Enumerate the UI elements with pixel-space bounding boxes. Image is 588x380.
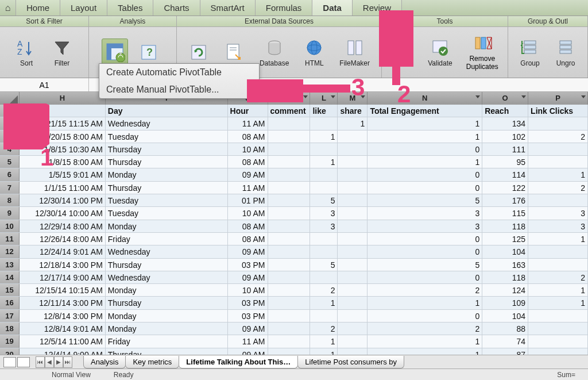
cell[interactable]: 104 [482, 245, 528, 258]
cell[interactable]: 74 [482, 335, 528, 347]
cell[interactable]: 1/1/15 11:00 AM [20, 182, 106, 194]
row-header[interactable]: 11 [0, 233, 20, 245]
cell[interactable]: 163 [482, 259, 528, 271]
cell[interactable]: 08 AM [228, 130, 268, 143]
sheet-tab-lifetime-post[interactable]: Lifetime Post consumers by [297, 356, 404, 369]
tab-layout[interactable]: Layout [60, 0, 107, 16]
cell[interactable]: 88 [482, 323, 528, 335]
cell[interactable]: Friday [106, 233, 228, 245]
header-cell[interactable]: Reach [482, 105, 528, 117]
cell[interactable]: 09 AM [228, 271, 268, 283]
text-import-button[interactable] [219, 41, 249, 64]
cell[interactable]: Thursday [106, 297, 228, 309]
cell[interactable] [310, 117, 338, 129]
cell[interactable] [338, 156, 368, 168]
cell[interactable] [528, 335, 588, 347]
cell[interactable]: 102 [482, 130, 528, 143]
cell[interactable]: 09 AM [228, 245, 268, 258]
cell[interactable] [268, 284, 311, 296]
cell[interactable]: 5 [310, 259, 338, 271]
cell[interactable] [310, 245, 338, 258]
cell[interactable] [338, 182, 368, 194]
cell[interactable]: 118 [482, 271, 528, 283]
cell[interactable]: 1 [338, 117, 368, 129]
cell[interactable]: 104 [482, 310, 528, 322]
cell[interactable]: 12/18/14 3:00 PM [20, 259, 106, 271]
cell[interactable] [268, 182, 311, 194]
tab-home[interactable]: Home [16, 0, 60, 16]
header-cell[interactable]: like [310, 105, 338, 117]
cell[interactable]: 0 [368, 271, 482, 283]
cell[interactable] [268, 233, 311, 245]
row-header[interactable]: 10 [0, 220, 20, 232]
cell[interactable] [310, 310, 338, 322]
cell[interactable]: 12/5/14 11:00 AM [20, 335, 106, 347]
row-header[interactable]: 13 [0, 259, 20, 271]
cell[interactable] [528, 194, 588, 206]
header-cell[interactable]: share [338, 105, 368, 117]
cell[interactable] [268, 310, 311, 322]
cell[interactable] [528, 310, 588, 322]
sort-button[interactable]: AZ Sort [11, 36, 41, 68]
cell[interactable] [338, 284, 368, 296]
cell[interactable] [268, 271, 311, 283]
row-header[interactable]: 7 [0, 182, 20, 194]
cell[interactable]: Thursday [106, 156, 228, 168]
cell[interactable]: 0 [368, 310, 482, 322]
cell[interactable] [338, 130, 368, 143]
row-header[interactable]: 9 [0, 207, 20, 219]
row-header[interactable]: 12 [0, 245, 20, 258]
ungroup-button[interactable]: Ungro [551, 36, 581, 68]
cell[interactable]: 3 [368, 207, 482, 219]
sheet-nav-last[interactable]: ⏭ [63, 356, 72, 368]
cell[interactable]: 124 [482, 284, 528, 296]
cell[interactable] [338, 335, 368, 347]
cell[interactable]: 1 [368, 297, 482, 309]
cell[interactable] [310, 233, 338, 245]
row-header[interactable]: 14 [0, 271, 20, 283]
cell[interactable]: 2 [310, 284, 338, 296]
cell[interactable]: 109 [482, 297, 528, 309]
cell[interactable]: 03 PM [228, 297, 268, 309]
cell[interactable] [528, 117, 588, 129]
cell[interactable] [338, 310, 368, 322]
row-header[interactable]: 18 [0, 323, 20, 335]
cell[interactable]: 134 [482, 117, 528, 129]
cell[interactable]: 03 PM [228, 259, 268, 271]
spreadsheet-grid[interactable]: 1PostedDayHourcommentlikeshareTotal Enga… [0, 105, 588, 374]
sheet-nav-first[interactable]: ⏮ [36, 356, 45, 368]
cell[interactable]: 12/26/14 8:00 AM [20, 233, 106, 245]
cell[interactable]: Monday [106, 284, 228, 296]
cell[interactable]: Tuesday [106, 207, 228, 219]
cell[interactable]: 2 [368, 323, 482, 335]
cell[interactable] [268, 220, 311, 232]
cell[interactable]: 3 [310, 220, 338, 232]
cell[interactable]: 0 [368, 182, 482, 194]
cell[interactable]: 2 [368, 284, 482, 296]
cell[interactable] [338, 297, 368, 309]
tab-smartart[interactable]: SmartArt [200, 0, 256, 16]
cell[interactable] [268, 245, 311, 258]
cell[interactable]: 2 [528, 182, 588, 194]
row-header[interactable]: 17 [0, 310, 20, 322]
cell[interactable] [338, 323, 368, 335]
cell[interactable]: 125 [482, 233, 528, 245]
cell[interactable] [268, 130, 311, 143]
refresh-button[interactable] [184, 41, 214, 64]
cell[interactable]: Tuesday [106, 130, 228, 143]
cell[interactable]: Friday [106, 335, 228, 347]
cell[interactable]: Thursday [106, 143, 228, 155]
cell[interactable] [310, 182, 338, 194]
cell[interactable]: 1 [368, 156, 482, 168]
cell[interactable]: 11 AM [228, 117, 268, 129]
cell[interactable] [268, 168, 311, 181]
cell[interactable]: 12/17/14 9:00 AM [20, 271, 106, 283]
cell[interactable] [528, 259, 588, 271]
filemaker-button[interactable]: FileMaker [335, 36, 374, 68]
cell[interactable] [268, 297, 311, 309]
cell[interactable]: 0 [368, 245, 482, 258]
home-icon[interactable]: ⌂ [0, 0, 16, 16]
cell[interactable] [310, 143, 338, 155]
sheet-tab-keymetrics[interactable]: Key metrics [125, 356, 179, 369]
cell[interactable] [338, 168, 368, 181]
